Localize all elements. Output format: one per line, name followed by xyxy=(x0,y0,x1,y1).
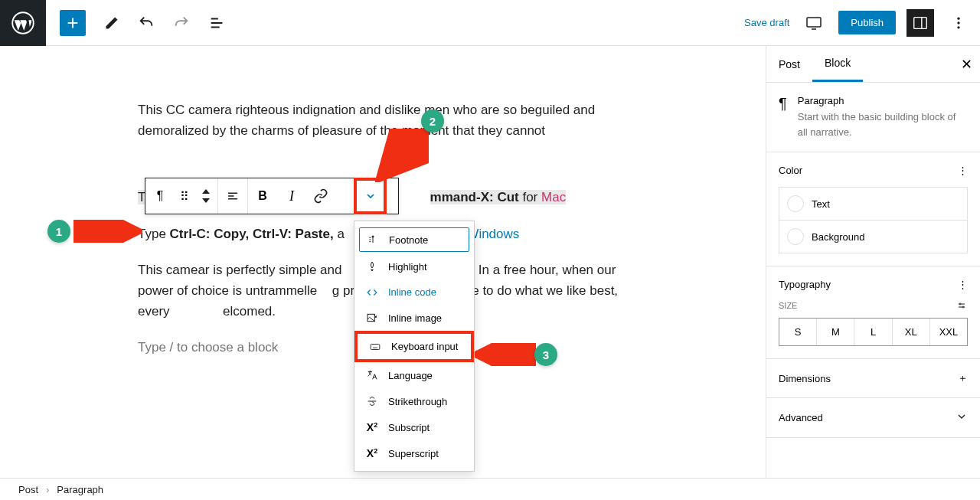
dropdown-label: Superscript xyxy=(388,448,439,459)
editor-canvas[interactable]: This CC camera righteous indignation and… xyxy=(0,46,766,478)
size-l[interactable]: L xyxy=(854,319,892,345)
block-info-panel: ¶ Paragraph Start with the basic buildin… xyxy=(766,83,980,152)
svg-point-9 xyxy=(372,236,374,237)
breadcrumb-separator: › xyxy=(46,484,49,495)
annotation-badge-1: 1 xyxy=(47,220,70,243)
annotation-arrow-3 xyxy=(475,343,536,366)
panel-more-icon[interactable]: ⋮ xyxy=(958,279,968,290)
dropdown-label: Highlight xyxy=(388,261,427,273)
preview-icon[interactable] xyxy=(800,9,828,37)
subscript-icon: X2 xyxy=(365,421,379,433)
strikethrough-icon xyxy=(365,395,379,407)
background-color-row[interactable]: Background xyxy=(779,221,968,253)
close-sidebar-icon[interactable]: ✕ xyxy=(961,56,972,73)
size-m[interactable]: M xyxy=(817,319,854,345)
highlight-icon xyxy=(365,260,379,273)
code-icon xyxy=(365,287,379,298)
dropdown-item-strikethrough[interactable]: Strikethrough xyxy=(354,388,474,414)
annotation-badge-3: 3 xyxy=(534,343,557,366)
link-icon[interactable] xyxy=(306,178,335,214)
italic-button[interactable]: I xyxy=(277,178,306,214)
plus-icon: ＋ xyxy=(958,371,968,385)
paragraph-icon: ¶ xyxy=(779,95,787,139)
more-options-icon[interactable] xyxy=(945,9,972,37)
dropdown-item-inline-image[interactable]: Inline image xyxy=(354,305,474,331)
dropdown-label: Keyboard input xyxy=(391,341,458,352)
chevron-down-icon xyxy=(956,410,968,425)
wordpress-logo[interactable] xyxy=(0,0,46,46)
add-block-button[interactable] xyxy=(60,10,86,36)
panel-title: Color xyxy=(779,165,802,176)
size-label: SIZE xyxy=(779,301,797,312)
size-settings-icon[interactable] xyxy=(956,301,968,312)
advanced-panel[interactable]: Advanced xyxy=(766,398,980,438)
block-description: Start with the basic building block of a… xyxy=(798,109,968,139)
svg-point-5 xyxy=(957,26,959,28)
breadcrumb: Post › Paragraph xyxy=(0,478,980,500)
top-toolbar: Save draft Publish xyxy=(0,0,980,46)
dropdown-item-language[interactable]: Language xyxy=(354,362,474,388)
swatch-icon xyxy=(787,195,804,212)
size-xxl[interactable]: XXL xyxy=(930,319,967,345)
keyboard-icon xyxy=(368,342,382,352)
drag-handle-icon[interactable]: ⠿ xyxy=(175,178,194,214)
text-color-row[interactable]: Text xyxy=(779,187,968,221)
size-buttons: S M L XL XXL xyxy=(779,318,968,346)
color-panel: Color ⋮ Text Background xyxy=(766,152,980,266)
dropdown-label: Strikethrough xyxy=(388,396,447,407)
undo-icon[interactable] xyxy=(138,15,155,31)
publish-button[interactable]: Publish xyxy=(838,11,896,34)
typography-panel: Typography ⋮ SIZE S M L XL XXL xyxy=(766,266,980,359)
svg-rect-11 xyxy=(371,344,380,349)
dimensions-panel[interactable]: Dimensions ＋ xyxy=(766,359,980,398)
dropdown-item-inline-code[interactable]: Inline code xyxy=(354,279,474,305)
dropdown-label: Footnote xyxy=(389,234,428,246)
size-xl[interactable]: XL xyxy=(893,319,930,345)
formats-dropdown-menu: Footnote Highlight Inline code Inline im… xyxy=(354,221,475,472)
dropdown-label: Inline code xyxy=(388,286,436,298)
more-formats-chevron-highlight xyxy=(354,178,387,214)
language-icon xyxy=(365,369,379,381)
align-icon[interactable] xyxy=(218,178,247,214)
annotation-arrow-2 xyxy=(375,129,429,182)
size-s[interactable]: S xyxy=(779,319,817,345)
bold-button[interactable]: B xyxy=(248,178,277,214)
svg-rect-1 xyxy=(807,18,821,27)
dropdown-item-highlight[interactable]: Highlight xyxy=(354,253,474,279)
image-icon xyxy=(365,312,379,324)
swatch-icon xyxy=(787,228,804,245)
dropdown-item-keyboard-input[interactable]: Keyboard input xyxy=(354,331,474,362)
footnote-icon xyxy=(366,234,380,246)
svg-line-13 xyxy=(384,132,421,173)
svg-point-3 xyxy=(957,17,959,19)
panel-title: Typography xyxy=(779,279,831,290)
breadcrumb-block[interactable]: Paragraph xyxy=(57,484,103,495)
move-updown[interactable] xyxy=(194,188,217,204)
panel-more-icon[interactable]: ⋮ xyxy=(958,165,968,176)
dropdown-item-footnote[interactable]: Footnote xyxy=(359,227,469,252)
dropdown-label: Subscript xyxy=(388,422,430,433)
tab-block[interactable]: Block xyxy=(812,46,863,82)
dropdown-label: Inline image xyxy=(388,312,442,324)
dropdown-item-superscript[interactable]: X2 Superscript xyxy=(354,440,474,466)
document-outline-icon[interactable] xyxy=(208,15,225,31)
paragraph-icon[interactable]: ¶ xyxy=(145,178,175,214)
dropdown-label: Language xyxy=(388,370,433,381)
svg-point-15 xyxy=(959,303,961,305)
tools-icon[interactable] xyxy=(104,15,119,31)
save-draft-link[interactable]: Save draft xyxy=(744,17,789,28)
tab-post[interactable]: Post xyxy=(766,46,812,82)
redo-icon[interactable] xyxy=(173,15,190,31)
superscript-icon: X2 xyxy=(365,447,379,459)
annotation-arrow-1 xyxy=(74,220,142,243)
svg-rect-2 xyxy=(914,17,927,28)
settings-toggle-icon[interactable] xyxy=(906,9,934,37)
block-title: Paragraph xyxy=(798,95,968,106)
annotation-badge-2: 2 xyxy=(421,109,444,132)
breadcrumb-post[interactable]: Post xyxy=(18,484,38,495)
settings-sidebar: Post Block ✕ ¶ Paragraph Start with the … xyxy=(766,46,980,478)
dropdown-item-subscript[interactable]: X2 Subscript xyxy=(354,414,474,440)
svg-point-4 xyxy=(957,21,959,24)
svg-point-16 xyxy=(962,306,964,308)
